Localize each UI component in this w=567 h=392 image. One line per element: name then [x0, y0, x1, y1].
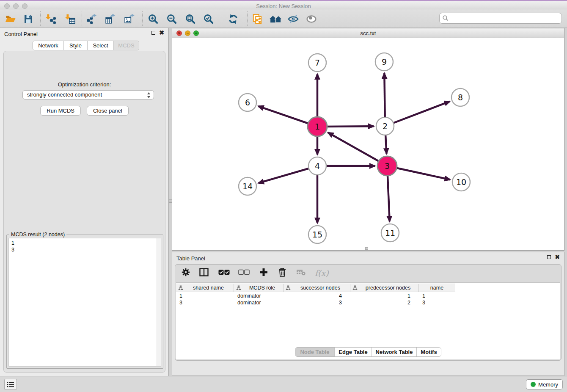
table-cell: 1: [176, 293, 234, 299]
tab-mcds[interactable]: MCDS: [113, 41, 139, 50]
column-type-icon: [178, 285, 183, 290]
show-column-panel-button[interactable]: [199, 268, 209, 279]
hide-eye-icon: [287, 14, 299, 24]
open-folder-icon: [5, 14, 16, 24]
home-icon: [269, 14, 283, 24]
delete-table-button[interactable]: [296, 268, 306, 278]
tab-select[interactable]: Select: [87, 41, 113, 50]
column-header-name[interactable]: name: [419, 284, 455, 292]
column-type-icon: [286, 285, 291, 290]
import-table-button[interactable]: [63, 13, 76, 25]
tab-node-table[interactable]: Node Table: [295, 348, 334, 356]
create-column-button[interactable]: [259, 268, 268, 279]
table-cell: 3: [419, 299, 455, 306]
graph-node-label-2: 2: [383, 121, 388, 131]
task-history-button[interactable]: [4, 379, 17, 390]
column-header-successor-nodes[interactable]: successor nodes: [284, 284, 350, 292]
memory-button[interactable]: Memory: [526, 379, 563, 389]
control-panel-header: Control Panel ✖: [0, 28, 168, 39]
tab-motifs[interactable]: Motifs: [416, 348, 441, 356]
split-panes-icon: [199, 268, 209, 277]
optimization-criterion-value: strongly connected component: [27, 91, 102, 98]
edge-2-8[interactable]: [385, 102, 450, 126]
network-window-title: scc.txt: [172, 30, 564, 36]
window-resize-handle[interactable]: [365, 247, 368, 250]
memory-label: Memory: [538, 381, 558, 388]
network-window-titlebar[interactable]: × – + scc.txt: [172, 28, 564, 38]
duplicate-network-icon: [252, 14, 263, 25]
toolbar-separator: [142, 11, 143, 26]
list-icon: [7, 381, 14, 388]
table-row[interactable]: 3dominator323: [176, 299, 455, 306]
toolbar-separator: [82, 11, 82, 26]
table-panel: Table Panel ✖: [172, 252, 564, 376]
table-settings-button[interactable]: [181, 268, 190, 279]
table-cell: 1: [350, 293, 419, 299]
graph-node-label-15: 15: [312, 230, 322, 239]
table-row[interactable]: 1dominator411: [176, 293, 455, 299]
tab-network[interactable]: Network: [33, 41, 63, 50]
checked-boxes-icon: [218, 269, 230, 276]
network-view-window: × – + scc.txt 7968124314101511: [172, 28, 564, 251]
select-all-columns-button[interactable]: [218, 269, 230, 277]
trash-icon: [278, 267, 287, 277]
deselect-all-columns-button[interactable]: [238, 269, 250, 277]
toolbar-separator: [40, 11, 41, 26]
zoom-selected-button[interactable]: [202, 13, 215, 25]
control-panel-tabs: NetworkStyleSelectMCDS: [33, 41, 139, 50]
optimization-criterion-select[interactable]: strongly connected component: [22, 90, 154, 99]
column-header-shared-name[interactable]: shared name: [176, 284, 234, 292]
close-panel-icon[interactable]: ✖: [159, 31, 164, 35]
delete-column-button[interactable]: [278, 267, 287, 279]
search-input[interactable]: [449, 14, 561, 22]
home-button[interactable]: [268, 13, 284, 25]
main-toolbar: [0, 9, 567, 28]
column-header-MCDS-role[interactable]: MCDS role: [234, 284, 284, 292]
plus-icon: [259, 268, 268, 277]
zoom-in-button[interactable]: [147, 13, 160, 25]
optimization-criterion-label: Optimization criterion:: [4, 81, 165, 88]
duplicate-network-button[interactable]: [251, 13, 264, 25]
control-panel-title: Control Panel: [4, 31, 38, 37]
mcds-tab-content: Optimization criterion: strongly connect…: [3, 51, 165, 373]
zoom-fit-button[interactable]: [184, 13, 197, 25]
search-icon: [442, 15, 449, 22]
show-panels-button[interactable]: [305, 13, 318, 25]
function-builder-button[interactable]: f(x): [315, 268, 329, 278]
graph-node-label-1: 1: [315, 122, 320, 131]
select-stepper-icon: [147, 92, 151, 101]
import-network-button[interactable]: [44, 13, 57, 25]
toolbar-separator: [247, 11, 248, 26]
zoom-out-icon: [166, 14, 177, 25]
mcds-result-textarea[interactable]: 1 3: [8, 238, 161, 367]
table-cell: dominator: [234, 299, 284, 306]
float-panel-icon[interactable]: [151, 31, 155, 35]
refresh-icon: [228, 14, 239, 25]
tab-style[interactable]: Style: [63, 41, 87, 50]
run-mcds-button[interactable]: Run MCDS: [40, 106, 81, 116]
hide-panels-button[interactable]: [287, 13, 300, 25]
column-header-label: name: [419, 285, 455, 291]
tab-network-table[interactable]: Network Table: [372, 348, 416, 356]
zoom-out-button[interactable]: [165, 13, 178, 25]
apply-layout-button[interactable]: [227, 13, 239, 25]
graph-node-label-6: 6: [245, 98, 250, 107]
import-network-icon: [45, 14, 56, 25]
tab-edge-table[interactable]: Edge Table: [334, 348, 372, 356]
export-network-button[interactable]: [85, 13, 98, 25]
table-tabs-bar: Node TableEdge TableNetwork TableMotifs: [175, 347, 561, 357]
result-scrollbar[interactable]: [157, 238, 161, 366]
column-type-icon: [352, 285, 358, 290]
export-image-button[interactable]: [123, 13, 136, 25]
export-table-button[interactable]: [104, 13, 117, 25]
close-table-panel-icon[interactable]: ✖: [555, 255, 560, 259]
open-file-button[interactable]: [4, 13, 17, 25]
column-header-predecessor-nodes[interactable]: predecessor nodes: [350, 284, 419, 292]
network-canvas[interactable]: 7968124314101511: [172, 39, 564, 251]
table-cell: 2: [350, 299, 419, 306]
export-network-icon: [86, 14, 97, 25]
close-panel-button[interactable]: Close panel: [87, 106, 129, 116]
float-table-panel-icon[interactable]: [547, 255, 551, 259]
search-field[interactable]: [439, 13, 562, 24]
save-session-button[interactable]: [22, 13, 35, 25]
